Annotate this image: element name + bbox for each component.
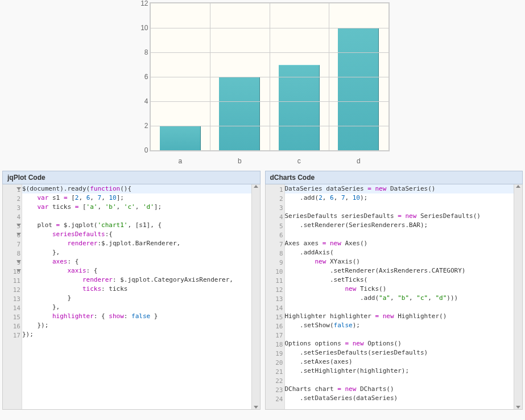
scroll-up-icon[interactable]: [254, 185, 258, 188]
line-number: 9: [5, 258, 20, 267]
code-line[interactable]: Options options = new Options(): [285, 339, 523, 348]
line-number: 1: [268, 186, 283, 195]
line-number: 23: [268, 386, 283, 395]
y-tick-label: 6: [144, 73, 148, 81]
code-line[interactable]: [285, 303, 523, 312]
code-line[interactable]: .setDataSeries(dataSeries): [285, 394, 523, 403]
line-number: 20: [268, 359, 283, 368]
line-number: 8: [268, 249, 283, 258]
y-tick-label: 12: [140, 0, 148, 7]
dcharts-editor[interactable]: 123456789101112131415161718192021222324 …: [265, 184, 523, 410]
line-number: 4: [5, 213, 20, 222]
code-line[interactable]: plot = $.jqplot('chart1', [s1], {: [22, 221, 260, 230]
code-line[interactable]: },: [22, 303, 260, 312]
fold-icon[interactable]: [16, 260, 21, 263]
code-line[interactable]: });: [22, 321, 260, 330]
code-line[interactable]: }: [22, 294, 260, 303]
line-number: 17: [268, 331, 283, 340]
line-number: 12: [268, 286, 283, 295]
line-number: 16: [268, 322, 283, 331]
code-line[interactable]: new XYaxis(): [285, 257, 523, 266]
jqplot-code[interactable]: $(document).ready(function(){ var s1 = […: [22, 184, 260, 339]
line-number: 21: [268, 368, 283, 377]
code-line[interactable]: .addAxis(: [285, 248, 523, 257]
code-line[interactable]: var s1 = [2, 6, 7, 10];: [22, 193, 260, 203]
line-number: 6: [5, 231, 20, 240]
line-number: 22: [268, 377, 283, 386]
code-line[interactable]: Highlighter highlighter = new Highlighte…: [285, 312, 523, 321]
dcharts-code[interactable]: DataSeries dataSeries = new DataSeries()…: [285, 184, 523, 403]
code-line[interactable]: },: [22, 248, 260, 257]
code-line[interactable]: [22, 212, 260, 221]
code-line[interactable]: .setRenderer(AxisRenderers.CATEGORY): [285, 266, 523, 275]
line-number: 11: [5, 277, 20, 286]
code-line[interactable]: var ticks = ['a', 'b', 'c', 'd'];: [22, 203, 260, 212]
x-tick-label: c: [297, 157, 301, 165]
dcharts-panel: dCharts Code 123456789101112131415161718…: [265, 171, 523, 410]
code-line[interactable]: highlighter: { show: false }: [22, 312, 260, 321]
scroll-down-icon[interactable]: [254, 406, 258, 409]
jqplot-gutter: 1234567891011121314151617: [3, 184, 22, 409]
scroll-up-icon[interactable]: [516, 185, 520, 188]
chart-grid: [150, 2, 390, 151]
line-number: 13: [5, 295, 20, 304]
code-line[interactable]: seriesDefaults:{: [22, 230, 260, 239]
x-axis: abcd: [150, 155, 390, 166]
chart-area: 024681012 abcd: [2, 1, 523, 166]
line-number: 7: [268, 240, 283, 249]
jqplot-editor[interactable]: 1234567891011121314151617 $(document).re…: [2, 184, 261, 410]
code-line[interactable]: .add("a", "b", "c", "d"))): [285, 294, 523, 303]
scrollbar[interactable]: [514, 184, 522, 409]
scroll-down-icon[interactable]: [516, 406, 520, 409]
code-line[interactable]: new Ticks(): [285, 285, 523, 294]
fold-icon[interactable]: [16, 187, 21, 190]
line-number: 18: [268, 340, 283, 349]
line-number: 15: [268, 313, 283, 322]
fold-icon[interactable]: [16, 224, 21, 227]
code-line[interactable]: });: [22, 330, 260, 339]
bar-b: [219, 77, 260, 150]
code-line[interactable]: DCharts chart = new DCharts(): [285, 385, 523, 394]
code-line[interactable]: DataSeries dataSeries = new DataSeries(): [285, 184, 523, 193]
line-number: 14: [5, 304, 20, 313]
code-line[interactable]: SeriesDefaults seriesDefaults = new Seri…: [285, 212, 523, 221]
code-line[interactable]: .setSeriesDefaults(seriesDefaults): [285, 348, 523, 357]
code-line[interactable]: .setRenderer(SeriesRenderers.BAR);: [285, 221, 523, 230]
code-line[interactable]: $(document).ready(function(){: [22, 184, 260, 193]
code-line[interactable]: renderer: $.jqplot.CategoryAxisRenderer,: [22, 275, 260, 285]
chart: 024681012 abcd: [135, 2, 391, 166]
y-tick-label: 10: [140, 24, 148, 32]
code-line[interactable]: ticks: ticks: [22, 285, 260, 294]
scrollbar[interactable]: [251, 184, 260, 409]
line-number: 3: [5, 204, 20, 213]
line-number: 16: [5, 322, 20, 331]
line-number: 4: [268, 213, 283, 222]
code-line[interactable]: .setHighlighter(highlighter);: [285, 367, 523, 376]
code-line[interactable]: [285, 376, 523, 385]
dcharts-panel-title: dCharts Code: [265, 171, 523, 184]
fold-icon[interactable]: [16, 233, 21, 236]
fold-icon[interactable]: [16, 269, 21, 272]
code-line[interactable]: xaxis: {: [22, 266, 260, 275]
code-line[interactable]: axes: {: [22, 257, 260, 266]
line-number: 24: [268, 395, 283, 404]
code-line[interactable]: .add(2, 6, 7, 10);: [285, 193, 523, 203]
code-line[interactable]: .setTicks(: [285, 275, 523, 285]
code-line[interactable]: renderer:$.jqplot.BarRenderer,: [22, 239, 260, 248]
jqplot-panel: jqPlot Code 1234567891011121314151617 $(…: [2, 171, 261, 410]
line-number: 10: [268, 267, 283, 277]
code-line[interactable]: [285, 203, 523, 212]
code-line[interactable]: .setShow(false);: [285, 321, 523, 330]
code-line[interactable]: [285, 230, 523, 239]
line-number: 5: [268, 222, 283, 231]
code-line[interactable]: [285, 330, 523, 339]
jqplot-panel-title: jqPlot Code: [2, 171, 261, 184]
line-number: 5: [5, 222, 20, 231]
y-tick-label: 4: [144, 97, 148, 105]
y-tick-label: 0: [144, 146, 148, 154]
bar-c: [279, 65, 320, 151]
line-number: 12: [5, 286, 20, 295]
code-line[interactable]: Axes axes = new Axes(): [285, 239, 523, 248]
code-line[interactable]: .setAxes(axes): [285, 357, 523, 367]
dcharts-gutter: 123456789101112131415161718192021222324: [266, 184, 285, 409]
